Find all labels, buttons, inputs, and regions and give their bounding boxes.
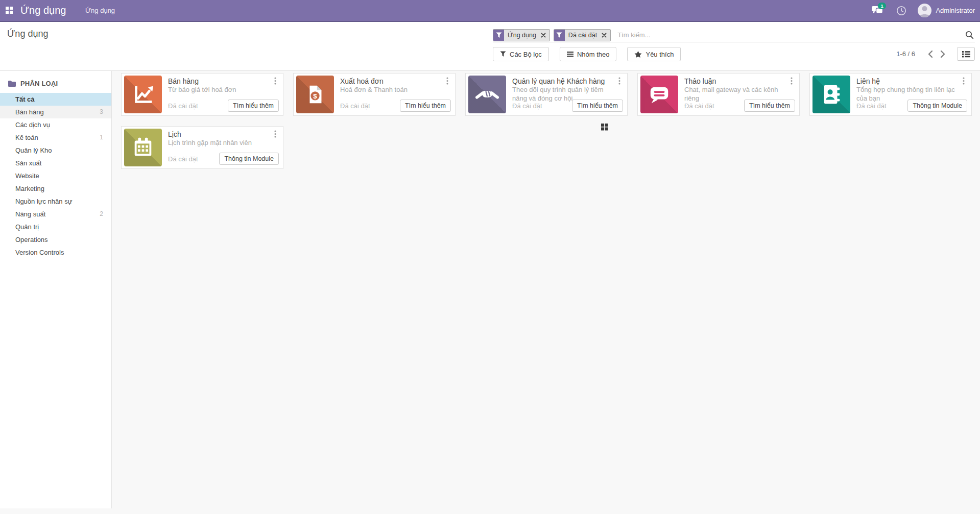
sidebar-item-label: Operations xyxy=(15,236,48,243)
sidebar-item-inventory[interactable]: Quản lý Kho xyxy=(0,144,111,157)
sidebar-item-label: Quản trị xyxy=(15,223,39,231)
app-status: Đã cài đặt xyxy=(684,102,714,110)
app-card-contacts: Liên hệ Tổng hợp chung thông tin liên lạ… xyxy=(809,73,972,116)
app-brand-title[interactable]: Ứng dụng xyxy=(20,0,66,21)
app-subtitle: Hoá đơn & Thanh toán xyxy=(340,86,442,94)
sidebar-item-administration[interactable]: Quản trị xyxy=(0,221,111,233)
sidebar-item-label: Quản lý Kho xyxy=(15,146,52,154)
sales-chart-icon xyxy=(124,76,162,113)
sidebar-item-label: Sản xuất xyxy=(15,159,41,167)
learn-more-button[interactable]: Tìm hiểu thêm xyxy=(572,100,623,112)
app-card-crm: Quản lý quan hệ Khách hàng Theo dõi quy … xyxy=(465,73,628,116)
sidebar-item-manufacturing[interactable]: Sản xuất xyxy=(0,157,111,169)
apps-kanban: Bán hàng Từ báo giá tới hoá đơn Đã cài đ… xyxy=(121,73,972,169)
handshake-icon xyxy=(468,76,506,113)
app-card-sales: Bán hàng Từ báo giá tới hoá đơn Đã cài đ… xyxy=(121,73,283,116)
kebab-menu-icon[interactable] xyxy=(961,77,967,85)
sidebar-header-label: PHÂN LOẠI xyxy=(20,80,58,87)
facet-label: Đã cài đặt xyxy=(565,30,601,41)
sidebar-item-label: Kế toán xyxy=(15,134,38,141)
app-title[interactable]: Thảo luận xyxy=(684,77,786,85)
sidebar-item-productivity[interactable]: Năng suất2 xyxy=(0,208,111,221)
app-page: Ứng dụng Ứng dụng 1 Administrator Ứng dụ… xyxy=(0,0,980,514)
pager: 1-6 / 6 xyxy=(896,47,975,61)
avatar[interactable] xyxy=(918,4,931,17)
facet-remove-icon[interactable] xyxy=(601,30,610,41)
app-status: Đã cài đặt xyxy=(512,102,542,110)
star-icon xyxy=(634,51,642,58)
app-status: Đã cài đặt xyxy=(168,102,198,110)
sidebar-item-hr[interactable]: Nguồn lực nhân sự xyxy=(0,195,111,208)
favorites-button[interactable]: Yêu thích xyxy=(627,47,681,61)
app-card-discuss: Thảo luận Chat, mail gateway và các kênh… xyxy=(637,73,800,116)
kebab-menu-icon[interactable] xyxy=(444,77,450,85)
sidebar-item-sales[interactable]: Bán hàng3 xyxy=(0,106,111,118)
facet-label: Ứng dụng xyxy=(504,30,540,41)
contact-book-icon xyxy=(812,76,850,113)
sidebar-item-label: Nguồn lực nhân sự xyxy=(15,198,72,205)
filter-funnel-icon xyxy=(493,30,504,41)
user-name[interactable]: Administrator xyxy=(936,7,975,14)
learn-more-button[interactable]: Tìm hiểu thêm xyxy=(744,100,795,112)
kebab-menu-icon[interactable] xyxy=(272,77,278,85)
app-title[interactable]: Liên hệ xyxy=(856,77,958,85)
search-icon[interactable] xyxy=(964,30,975,41)
sidebar-item-operations[interactable]: Operations xyxy=(0,233,111,246)
filters-button-label: Các Bộ lọc xyxy=(510,51,542,58)
favorites-button-label: Yêu thích xyxy=(646,51,674,58)
search-facet: Đã cài đặt xyxy=(554,29,611,41)
learn-more-button[interactable]: Tìm hiểu thêm xyxy=(400,100,451,112)
top-navbar: Ứng dụng Ứng dụng 1 Administrator xyxy=(0,0,980,22)
app-title[interactable]: Quản lý quan hệ Khách hàng xyxy=(512,77,614,85)
nav-menu-apps[interactable]: Ứng dụng xyxy=(85,0,115,21)
kebab-menu-icon[interactable] xyxy=(616,77,623,85)
pager-next-icon[interactable] xyxy=(937,47,949,61)
learn-more-button[interactable]: Tìm hiểu thêm xyxy=(228,100,279,112)
group-by-bars-icon xyxy=(567,51,573,57)
apps-grid-icon[interactable] xyxy=(6,7,13,14)
navbar-right-cluster: 1 Administrator xyxy=(872,0,975,21)
app-title[interactable]: Xuất hoá đơn xyxy=(340,77,442,85)
pager-previous-icon[interactable] xyxy=(924,47,937,61)
facet-remove-icon[interactable] xyxy=(540,30,549,41)
app-subtitle: Từ báo giá tới hoá đơn xyxy=(168,86,270,94)
svg-text:$: $ xyxy=(313,92,317,100)
sidebar-item-count: 1 xyxy=(100,131,103,144)
sidebar-item-label: Năng suất xyxy=(15,210,45,218)
filter-funnel-icon xyxy=(554,30,565,41)
folder-icon xyxy=(8,80,16,87)
group-by-button[interactable]: Nhóm theo xyxy=(560,47,617,61)
module-info-button[interactable]: Thông tin Module xyxy=(907,100,967,112)
sidebar-item-label: Các dịch vụ xyxy=(15,121,50,129)
search-bar: Ứng dụng Đã cài đặt xyxy=(493,28,975,42)
category-sidebar: PHÂN LOẠI Tất cả Bán hàng3 Các dịch vụ K… xyxy=(0,71,112,508)
kebab-menu-icon[interactable] xyxy=(788,77,795,85)
app-subtitle: Lịch trình gặp mặt nhân viên xyxy=(168,139,270,148)
list-view-icon[interactable] xyxy=(958,47,975,61)
sidebar-item-version-controls[interactable]: Version Controls xyxy=(0,246,111,259)
group-by-button-label: Nhóm theo xyxy=(577,51,610,58)
app-title[interactable]: Lịch xyxy=(168,130,270,138)
module-info-button[interactable]: Thông tin Module xyxy=(219,153,279,165)
sidebar-item-accounting[interactable]: Kế toán1 xyxy=(0,131,111,144)
activity-clock-icon[interactable] xyxy=(896,6,906,16)
pager-range: 1-6 / 6 xyxy=(896,50,915,58)
sidebar-header: PHÂN LOẠI xyxy=(0,71,111,93)
sidebar-item-marketing[interactable]: Marketing xyxy=(0,182,111,195)
invoice-document-icon: $ xyxy=(296,76,334,113)
sidebar-item-label: Bán hàng xyxy=(15,108,44,116)
sidebar-item-all[interactable]: Tất cả xyxy=(0,93,111,106)
messages-icon[interactable]: 1 xyxy=(872,6,884,16)
app-status: Đã cài đặt xyxy=(340,102,370,110)
sidebar-item-count: 2 xyxy=(100,208,103,221)
app-card-invoicing: $ Xuất hoá đơn Hoá đơn & Thanh toán Đã c… xyxy=(293,73,456,116)
chat-bubble-icon xyxy=(640,76,678,113)
app-title[interactable]: Bán hàng xyxy=(168,77,270,85)
kebab-menu-icon[interactable] xyxy=(272,130,278,138)
search-facet: Ứng dụng xyxy=(493,29,550,41)
sidebar-item-count: 3 xyxy=(100,106,103,118)
filters-button[interactable]: Các Bộ lọc xyxy=(493,47,549,61)
sidebar-item-services[interactable]: Các dịch vụ xyxy=(0,118,111,131)
search-input[interactable] xyxy=(617,31,964,39)
sidebar-item-website[interactable]: Website xyxy=(0,169,111,182)
